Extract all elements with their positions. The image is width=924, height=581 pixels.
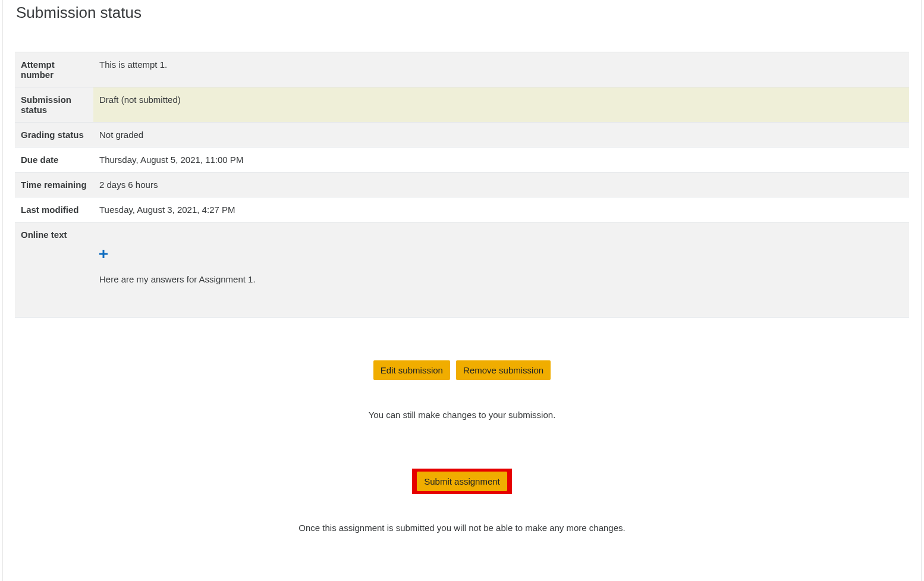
expand-text-icon[interactable] [99, 249, 108, 261]
label-time-remaining: Time remaining [15, 172, 93, 197]
value-online-text-cell: Here are my answers for Assignment 1. [93, 222, 909, 318]
page-title: Submission status [15, 0, 909, 52]
row-time-remaining: Time remaining 2 days 6 hours [15, 172, 909, 197]
label-attempt-number: Attempt number [15, 52, 93, 87]
row-due-date: Due date Thursday, August 5, 2021, 11:00… [15, 147, 909, 172]
value-grading-status: Not graded [93, 123, 909, 147]
label-online-text: Online text [15, 222, 93, 318]
svg-rect-1 [99, 253, 108, 255]
edit-remove-button-row: Edit submission Remove submission [15, 360, 909, 380]
plus-icon [99, 250, 108, 258]
once-submitted-message: Once this assignment is submitted you wi… [15, 523, 909, 533]
label-last-modified: Last modified [15, 197, 93, 222]
row-online-text: Online text Here are my answers for Assi… [15, 222, 909, 318]
label-due-date: Due date [15, 147, 93, 172]
row-last-modified: Last modified Tuesday, August 3, 2021, 4… [15, 197, 909, 222]
value-due-date: Thursday, August 5, 2021, 11:00 PM [93, 147, 909, 172]
submit-highlight-box: Submit assignment [412, 469, 512, 494]
value-time-remaining: 2 days 6 hours [93, 172, 909, 197]
value-submission-status: Draft (not submitted) [93, 87, 909, 123]
can-still-change-message: You can still make changes to your submi… [15, 410, 909, 420]
submission-status-table: Attempt number This is attempt 1. Submis… [15, 52, 909, 318]
remove-submission-button[interactable]: Remove submission [456, 360, 551, 380]
label-grading-status: Grading status [15, 123, 93, 147]
row-submission-status: Submission status Draft (not submitted) [15, 87, 909, 123]
row-grading-status: Grading status Not graded [15, 123, 909, 147]
label-submission-status: Submission status [15, 87, 93, 123]
submit-assignment-button[interactable]: Submit assignment [417, 472, 507, 491]
edit-submission-button[interactable]: Edit submission [373, 360, 450, 380]
submission-status-page: Submission status Attempt number This is… [2, 0, 922, 581]
online-text-content: Here are my answers for Assignment 1. [99, 274, 903, 284]
row-attempt-number: Attempt number This is attempt 1. [15, 52, 909, 87]
submit-row: Submit assignment [15, 469, 909, 494]
value-attempt-number: This is attempt 1. [93, 52, 909, 87]
value-last-modified: Tuesday, August 3, 2021, 4:27 PM [93, 197, 909, 222]
